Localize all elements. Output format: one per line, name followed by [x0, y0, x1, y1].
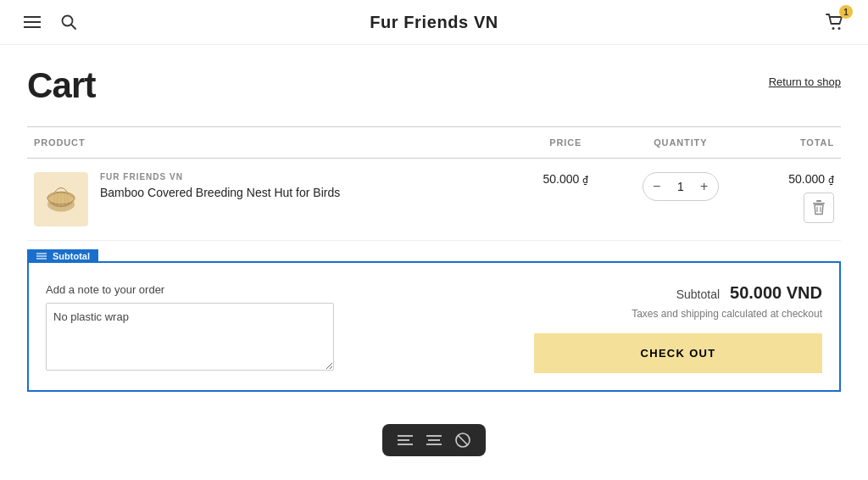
- cart-count: 1: [839, 5, 853, 19]
- subtotal-label: Subtotal: [676, 287, 720, 301]
- note-label: Add a note to your order: [46, 283, 500, 296]
- note-section: Add a note to your order No plastic wrap: [46, 283, 500, 373]
- svg-point-5: [832, 27, 835, 30]
- quantity-value: 1: [670, 180, 691, 193]
- table-row: FUR FRIENDS VN Bamboo Covered Breeding N…: [27, 159, 841, 241]
- quantity-stepper: − 1 +: [643, 172, 719, 201]
- search-icon[interactable]: [58, 11, 80, 33]
- col-quantity: QUANTITY: [611, 127, 749, 159]
- subtotal-badge: Subtotal: [27, 249, 98, 263]
- product-total: 50.000 ₫: [756, 172, 834, 186]
- order-note-input[interactable]: No plastic wrap: [46, 303, 334, 371]
- col-product: PRODUCT: [27, 127, 520, 159]
- subtotal-badge-label: Subtotal: [53, 251, 90, 261]
- tax-note: Taxes and shipping calculated at checkou…: [534, 308, 822, 320]
- svg-line-4: [71, 25, 75, 29]
- svg-point-15: [47, 192, 75, 204]
- order-summary: Subtotal 50.000 VND Taxes and shipping c…: [534, 283, 822, 373]
- product-price: 50.000 ₫: [520, 159, 611, 241]
- svg-rect-17: [813, 203, 825, 204]
- main-content: Cart Return to shop PRODUCT PRICE QUANTI…: [0, 45, 868, 412]
- svg-point-6: [838, 27, 841, 30]
- cart-header-row: Cart Return to shop: [27, 65, 841, 106]
- header: Fur Friends VN 1: [0, 0, 868, 45]
- quantity-decrease-button[interactable]: −: [643, 173, 670, 200]
- page-title: Cart: [27, 65, 96, 106]
- site-logo: Fur Friends VN: [370, 13, 498, 32]
- quantity-increase-button[interactable]: +: [691, 173, 718, 200]
- header-left: [20, 11, 80, 33]
- col-price: PRICE: [520, 127, 611, 159]
- cart-table: PRODUCT PRICE QUANTITY TOTAL: [27, 126, 841, 241]
- product-total-cell: 50.000 ₫: [749, 159, 841, 241]
- product-quantity-cell: − 1 +: [611, 159, 749, 241]
- checkout-button[interactable]: CHECK OUT: [534, 333, 822, 373]
- subtotal-section: Subtotal Add a note to your order No pla…: [27, 261, 841, 392]
- product-vendor: FUR FRIENDS VN: [100, 172, 340, 181]
- product-info: FUR FRIENDS VN Bamboo Covered Breeding N…: [100, 172, 340, 202]
- product-image: [34, 172, 88, 226]
- product-cell: FUR FRIENDS VN Bamboo Covered Breeding N…: [27, 159, 520, 241]
- col-total: TOTAL: [749, 127, 841, 159]
- product-name: Bamboo Covered Breeding Nest Hut for Bir…: [100, 185, 340, 202]
- return-to-shop-link[interactable]: Return to shop: [769, 75, 841, 88]
- subtotal-content: Add a note to your order No plastic wrap…: [27, 261, 841, 392]
- svg-rect-16: [816, 200, 821, 202]
- menu-icon[interactable]: [20, 12, 44, 32]
- subtotal-amount: 50.000 VND: [730, 283, 822, 303]
- delete-item-button[interactable]: [804, 193, 834, 223]
- cart-icon-wrapper[interactable]: 1: [822, 10, 848, 34]
- subtotal-row: Subtotal 50.000 VND: [534, 283, 822, 303]
